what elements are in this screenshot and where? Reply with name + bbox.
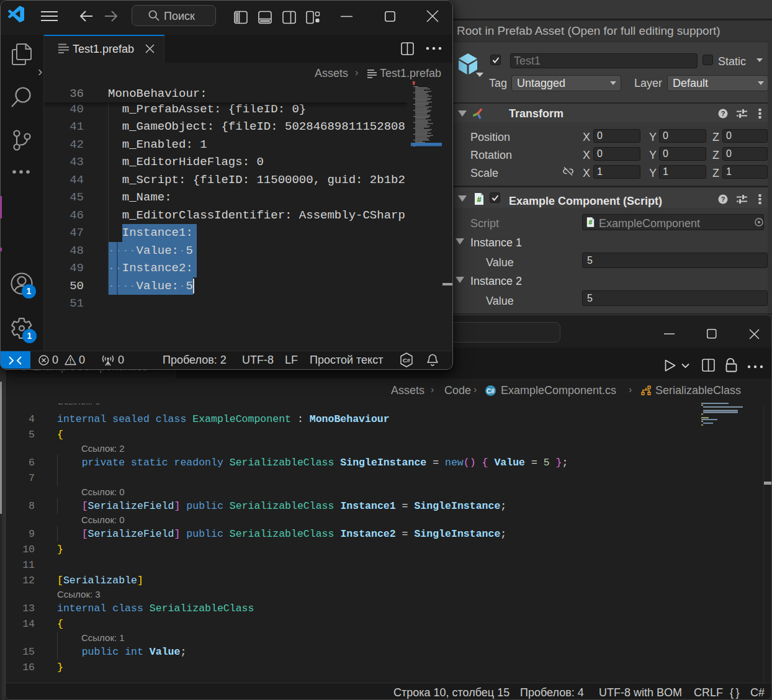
svg-text:#: #: [477, 195, 482, 204]
svg-text:C#: C#: [487, 388, 495, 395]
svg-text:?: ?: [721, 195, 725, 203]
svg-text:?: ?: [721, 110, 725, 117]
svg-text:#: #: [589, 218, 593, 226]
svg-text:C#: C#: [403, 357, 411, 364]
